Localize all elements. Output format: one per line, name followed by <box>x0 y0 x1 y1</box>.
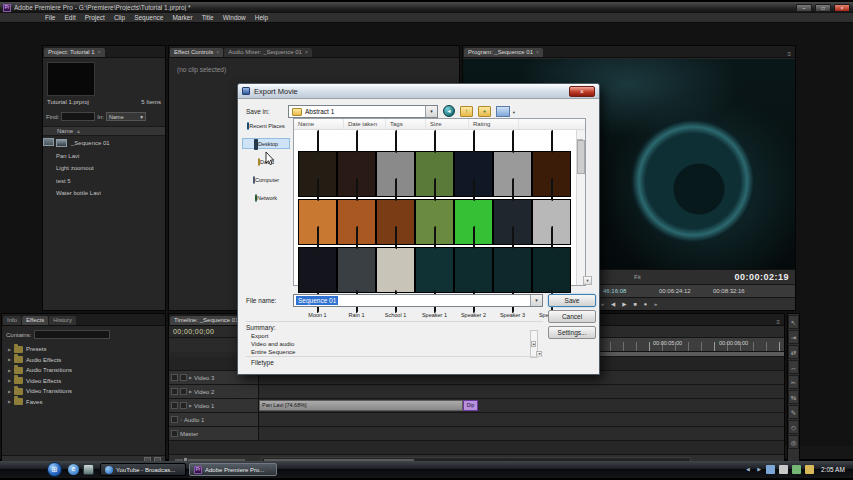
transport-button[interactable]: « <box>601 300 604 308</box>
effects-folder-row[interactable]: ▶ Video Effects <box>2 376 165 387</box>
column-header[interactable]: Rating <box>469 119 519 129</box>
minimize-button[interactable]: – <box>796 4 812 12</box>
menu-item[interactable]: Title <box>202 14 214 21</box>
chevron-down-icon[interactable]: ▾ <box>530 295 542 306</box>
toggle-track-lock-icon[interactable] <box>180 388 187 395</box>
menu-item[interactable]: Clip <box>114 14 125 21</box>
timeline-clip[interactable]: Pan Lavi [74.68%] <box>259 400 463 411</box>
twirl-icon[interactable]: ▶ <box>189 403 192 408</box>
effects-folder-row[interactable]: ▶ Presets <box>2 344 165 355</box>
twirl-icon[interactable]: ▶ <box>8 347 11 352</box>
tab-program[interactable]: Program: _Sequence 01 × <box>464 48 543 57</box>
file-item[interactable]: Fan 1 <box>493 131 532 179</box>
toggle-track-output-icon[interactable] <box>171 402 178 409</box>
chevron-down-icon[interactable]: ▾ <box>425 106 437 117</box>
scroll-up-icon[interactable]: ▲ <box>531 341 536 347</box>
up-one-level-button[interactable]: ↑ <box>460 106 473 117</box>
file-item[interactable]: Car tire 1 <box>376 131 415 179</box>
place-item[interactable]: Network <box>242 192 290 203</box>
twirl-icon[interactable]: ▶ <box>189 389 192 394</box>
file-item[interactable]: Fire 1 <box>532 131 571 179</box>
start-button[interactable]: ⊞ <box>47 462 62 477</box>
panel-tab[interactable]: Effects <box>22 316 48 325</box>
transport-button[interactable]: ● <box>644 300 647 308</box>
scrollbar-thumb[interactable] <box>577 140 585 174</box>
zoom-tool-icon[interactable]: ◎ <box>788 435 799 449</box>
panel-tab[interactable]: History <box>49 316 76 325</box>
panel-menu-icon[interactable]: ≡ <box>784 51 794 57</box>
cancel-button[interactable]: Cancel <box>548 310 596 323</box>
tray-icon[interactable] <box>805 465 814 474</box>
maximize-button[interactable]: □ <box>815 4 831 12</box>
dialog-close-button[interactable]: × <box>569 86 595 97</box>
transport-button[interactable]: ■ <box>633 300 636 308</box>
settings-button[interactable]: Settings... <box>548 326 596 339</box>
hand-tool-icon[interactable]: ◇ <box>788 420 799 434</box>
toggle-track-output-icon[interactable] <box>171 374 178 381</box>
transport-button[interactable]: ◀ <box>611 300 615 308</box>
twirl-icon[interactable]: ▶ <box>189 375 192 380</box>
panel-menu-icon[interactable]: ≡ <box>773 319 783 325</box>
file-item[interactable]: Blinker 1 <box>298 131 337 179</box>
file-item[interactable]: Earth 1 <box>454 131 493 179</box>
zoom-fit-dropdown[interactable]: Fit <box>634 274 641 280</box>
twirl-icon[interactable]: ▶ <box>8 357 11 362</box>
twirl-icon[interactable]: ▶ <box>8 378 11 383</box>
project-item[interactable]: Water bottle Lavi <box>43 187 165 200</box>
back-button[interactable]: ◂ <box>443 105 455 117</box>
project-item[interactable]: _Sequence 01 <box>43 137 165 150</box>
clock[interactable]: 2:05 AM <box>821 466 845 473</box>
tray-icon[interactable] <box>792 465 801 474</box>
tab-close-icon[interactable]: × <box>536 49 539 55</box>
rate-stretch-tool-icon[interactable]: ↔ <box>788 360 799 374</box>
tray-icon[interactable] <box>779 465 788 474</box>
menu-item[interactable]: Project <box>85 14 105 21</box>
toggle-track-icon[interactable] <box>171 430 178 437</box>
file-name-input[interactable]: Sequence 01 ▾ <box>293 294 543 307</box>
menu-item[interactable]: Window <box>223 14 246 21</box>
save-button[interactable]: Save <box>548 294 596 307</box>
column-header[interactable]: Size <box>426 119 469 129</box>
toggle-track-mute-icon[interactable] <box>171 416 178 423</box>
effects-folder-row[interactable]: ▶ Video Transitions <box>2 386 165 397</box>
file-item[interactable]: Car hood 1 <box>337 131 376 179</box>
selection-tool-icon[interactable]: ↖ <box>788 315 799 329</box>
effects-folder-row[interactable]: ▶ Audio Effects <box>2 355 165 366</box>
tray-icon[interactable] <box>766 465 775 474</box>
tab-close-icon[interactable]: × <box>305 49 308 55</box>
column-header[interactable]: Name <box>294 119 344 129</box>
tab-project[interactable]: Project: Tutorial 1 × <box>44 48 105 57</box>
panel-tab[interactable]: Info <box>3 316 21 325</box>
place-item[interactable]: Desktop <box>242 138 290 149</box>
tab-effect-controls[interactable]: Effect Controls × <box>170 48 223 57</box>
program-timecode[interactable]: 00:00:02:19 <box>734 272 789 282</box>
tab-audio-mixer[interactable]: Audio Mixer: _Sequence 01 × <box>224 48 312 57</box>
menu-item[interactable]: Marker <box>172 14 192 21</box>
scroll-down-icon[interactable]: ▼ <box>583 276 592 285</box>
project-item[interactable]: Pan Lavi <box>43 150 165 163</box>
transition-clip[interactable]: Dip <box>463 400 478 411</box>
track-lane-video2[interactable] <box>259 385 784 398</box>
slip-tool-icon[interactable]: ⇆ <box>788 390 799 404</box>
find-in-dropdown[interactable]: Name ▾ <box>106 112 146 121</box>
taskbar-button-premiere[interactable]: Pr Adobe Premiere Pro... <box>189 463 277 476</box>
place-item[interactable]: Recent Places <box>242 120 290 131</box>
menu-item[interactable]: File <box>45 14 55 21</box>
track-lane-master[interactable] <box>259 427 784 440</box>
save-in-dropdown[interactable]: Abstract 1 ▾ <box>288 105 438 118</box>
project-name-column-header[interactable]: Name ▲ <box>43 126 165 136</box>
track-lane-audio1[interactable] <box>259 413 784 426</box>
dialog-title-bar[interactable]: Export Movie × <box>238 84 599 99</box>
views-menu-button[interactable]: ▾ <box>496 106 510 117</box>
effects-folder-row[interactable]: ▶ Audio Transitions <box>2 365 165 376</box>
place-item[interactable]: Computer <box>242 174 290 185</box>
internet-explorer-icon[interactable]: e <box>68 464 79 475</box>
file-item[interactable]: Dog 1 <box>415 131 454 179</box>
effects-folder-row[interactable]: ▶ Faves <box>2 397 165 408</box>
track-select-tool-icon[interactable]: ⇥ <box>788 330 799 344</box>
menu-item[interactable]: Edit <box>64 14 75 21</box>
taskbar-button-youtube[interactable]: YouTube - Broadcas... <box>100 463 186 476</box>
twirl-icon[interactable]: ▶ <box>8 368 11 373</box>
summary-scrollbar[interactable]: ▲ ▼ <box>530 330 538 358</box>
ripple-edit-tool-icon[interactable]: ⇄ <box>788 345 799 359</box>
